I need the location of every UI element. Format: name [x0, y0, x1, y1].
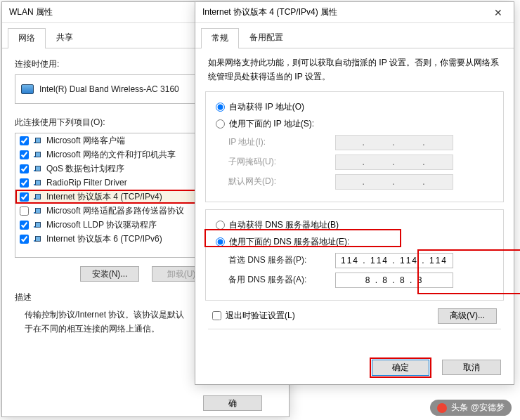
- gateway-input: ...: [335, 174, 453, 190]
- wlan-ok-button[interactable]: 确: [203, 395, 262, 411]
- item-checkbox[interactable]: [20, 136, 29, 145]
- dns-groupbox: 自动获得 DNS 服务器地址(B) 使用下面的 DNS 服务器地址(E): 首选…: [205, 209, 504, 301]
- validate-checkbox[interactable]: [212, 311, 221, 320]
- network-component-icon: [32, 206, 42, 215]
- validate-label: 退出时验证设置(L): [226, 310, 295, 322]
- network-adapter-icon: [21, 84, 34, 94]
- network-component-icon: [32, 136, 42, 145]
- item-checkbox[interactable]: [20, 221, 29, 230]
- watermark-logo-icon: [437, 403, 447, 413]
- network-component-icon: [32, 192, 42, 201]
- wlan-title: WLAN 属性: [9, 6, 226, 18]
- adapter-name: Intel(R) Dual Band Wireless-AC 3160: [39, 84, 179, 94]
- tab-share[interactable]: 共享: [46, 27, 84, 48]
- radio-dns-auto[interactable]: 自动获得 DNS 服务器地址(B): [216, 217, 493, 234]
- preferred-dns-input[interactable]: 114 . 114 . 114 . 114: [335, 253, 453, 268]
- ok-button-highlight: 确定: [372, 360, 429, 376]
- watermark: 头条 @安德梦: [430, 400, 512, 416]
- radio-ip-auto[interactable]: 自动获得 IP 地址(O): [216, 99, 493, 116]
- item-checkbox[interactable]: [20, 164, 29, 173]
- ipv4-properties-window: Internet 协议版本 4 (TCP/IPv4) 属性 ✕ 常规 备用配置 …: [195, 1, 514, 385]
- item-checkbox[interactable]: [20, 178, 29, 188]
- network-component-icon: [32, 221, 42, 229]
- radio-ip-manual[interactable]: 使用下面的 IP 地址(S):: [216, 116, 493, 133]
- network-component-icon: [32, 235, 42, 243]
- tab-general[interactable]: 常规: [201, 28, 239, 48]
- network-component-icon: [32, 150, 42, 159]
- ipv4-tabbar: 常规 备用配置: [195, 23, 514, 48]
- tab-alternate[interactable]: 备用配置: [239, 27, 294, 48]
- ipv4-title: Internet 协议版本 4 (TCP/IPv4) 属性: [202, 6, 482, 18]
- advanced-button[interactable]: 高级(V)...: [438, 308, 497, 324]
- install-button[interactable]: 安装(N)...: [80, 266, 139, 282]
- subnet-label: 子网掩码(U):: [216, 156, 335, 168]
- close-button[interactable]: ✕: [482, 2, 514, 22]
- help-text: 如果网络支持此功能，则可以获取自动指派的 IP 设置。否则，你需要从网络系统管理…: [208, 55, 501, 84]
- ok-button[interactable]: 确定: [372, 360, 429, 376]
- ipv4-titlebar[interactable]: Internet 协议版本 4 (TCP/IPv4) 属性 ✕: [195, 2, 514, 23]
- tab-network[interactable]: 网络: [8, 28, 46, 48]
- item-checkbox[interactable]: [20, 192, 29, 202]
- item-checkbox[interactable]: [20, 206, 29, 216]
- network-component-icon: [32, 178, 42, 187]
- ip-address-input: ...: [335, 135, 453, 150]
- cancel-button[interactable]: 取消: [442, 360, 501, 375]
- radio-dns-manual[interactable]: 使用下面的 DNS 服务器地址(E):: [216, 234, 493, 251]
- ip-address-label: IP 地址(I):: [216, 136, 335, 148]
- network-component-icon: [32, 164, 42, 173]
- gateway-label: 默认网关(D):: [216, 176, 335, 188]
- alternate-dns-input[interactable]: 8 . 8 . 8 . 8: [335, 273, 453, 288]
- item-checkbox[interactable]: [20, 235, 29, 244]
- preferred-dns-label: 首选 DNS 服务器(P):: [216, 254, 335, 266]
- subnet-input: ...: [335, 155, 453, 170]
- separator: [208, 329, 501, 329]
- ip-groupbox: 自动获得 IP 地址(O) 使用下面的 IP 地址(S): IP 地址(I):.…: [205, 91, 504, 202]
- item-checkbox[interactable]: [20, 150, 29, 159]
- alternate-dns-label: 备用 DNS 服务器(A):: [216, 274, 335, 286]
